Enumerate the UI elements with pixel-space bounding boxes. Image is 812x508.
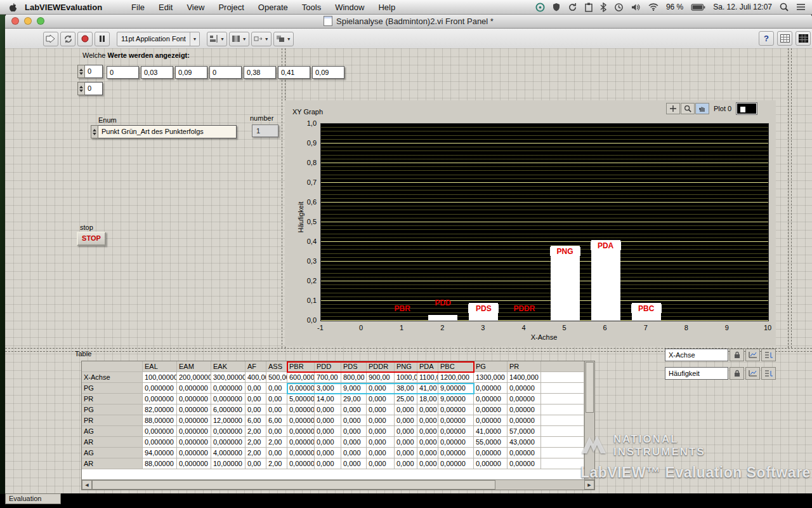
cell-AR-EAM[interactable]: 0,000000 (177, 437, 211, 448)
cell-AG-PDA[interactable]: 0,000 (417, 448, 438, 458)
sync-icon[interactable] (568, 3, 577, 12)
cell-PR-PR[interactable]: 0,00000 (508, 394, 541, 404)
cell-AG-PDD[interactable]: 0,000 (315, 448, 341, 458)
table-horizontal-scrollbar[interactable]: ◀ ▶ (82, 479, 594, 490)
tile-windows-icon[interactable] (796, 31, 811, 46)
scrollbar-thumb[interactable] (586, 362, 594, 413)
cell-AR-PBC[interactable]: 0,00000 (438, 437, 474, 448)
menu-item-view[interactable]: View (187, 3, 204, 12)
enum-control[interactable]: Punkt Grün_Art des Punkterfolgs (91, 125, 237, 138)
row-header-AR[interactable]: AR (82, 437, 143, 448)
menu-item-tools[interactable]: Tools (302, 3, 321, 12)
cell-PR-PBR[interactable]: 0,00000 (287, 415, 315, 426)
resize-objects-button[interactable]: ▼ (251, 32, 272, 46)
row-header-PG[interactable]: PG (82, 383, 143, 394)
cell-AG-PG[interactable]: 41,0000 (474, 426, 508, 437)
column-header-EAM[interactable]: EAM (177, 361, 211, 372)
cell-PG-EAK[interactable]: 6,000000 (211, 404, 246, 415)
cell-PR-AF[interactable]: 6,00 (246, 415, 266, 426)
cell-PG-ASS[interactable]: 0,00 (266, 383, 287, 394)
cell-X-Achse-PNG[interactable]: 1000,0 (395, 372, 417, 383)
menu-clock[interactable]: Sa. 12. Juli 12:07 (713, 3, 772, 11)
app-menu-name[interactable]: LabVIEWEvaluation (25, 3, 102, 12)
plot-legend[interactable]: Plot 0 (714, 103, 757, 114)
cell-PG-PDD[interactable]: 0,000 (315, 404, 341, 415)
cell-AR-EAK[interactable]: 0,000000 (211, 437, 246, 448)
cell-AR-PNG[interactable]: 0,000 (395, 458, 417, 469)
clipboard-icon[interactable] (585, 3, 593, 12)
cell-PG-PDDR[interactable]: 0,000 (367, 404, 395, 415)
cell-X-Achse-PBR[interactable]: 600,000 (287, 372, 315, 383)
volume-icon[interactable] (631, 3, 641, 11)
column-header-PNG[interactable]: PNG (395, 361, 417, 372)
cell-AG-EAM[interactable]: 0,000000 (177, 426, 211, 437)
cell-PR-PG[interactable]: 0,00000 (474, 394, 508, 404)
column-header-PBC[interactable]: PBC (438, 361, 474, 372)
cell-AG-PBR[interactable]: 0,00000 (287, 426, 315, 437)
column-header-row-labels[interactable] (82, 361, 143, 372)
cell-AR-PDDR[interactable]: 0,000 (367, 458, 395, 469)
cell-AG-PNG[interactable]: 0,000 (395, 426, 417, 437)
cell-AG-EAK[interactable]: 4,000000 (211, 448, 246, 458)
cell-AR-PDDR[interactable]: 0,000 (367, 437, 395, 448)
cell-AG-PDD[interactable]: 0,000 (315, 426, 341, 437)
cell-PR-PNG[interactable]: 0,000 (395, 415, 417, 426)
cell-PR-PBC[interactable]: 9,00000 (438, 394, 474, 404)
row-header-AG[interactable]: AG (82, 448, 143, 458)
column-header-PDDR[interactable]: PDDR (367, 361, 395, 372)
index-spinner-2[interactable]: 0 (77, 82, 103, 95)
index-spinner-2-value[interactable]: 0 (85, 82, 103, 95)
column-header-EAK[interactable]: EAK (211, 361, 246, 372)
cell-PG-EAM[interactable]: 0,000000 (177, 383, 211, 394)
cell-AG-ASS[interactable]: 0,00 (266, 448, 287, 458)
y-axis-autoscale-icon[interactable] (745, 367, 760, 380)
cell-PG-PG[interactable]: 0,00000 (474, 404, 508, 415)
wifi-icon[interactable] (648, 3, 658, 11)
zoom-button[interactable] (37, 17, 44, 25)
cell-PG-EAM[interactable]: 0,000000 (177, 404, 211, 415)
pause-button[interactable] (95, 32, 110, 46)
cell-PR-ASS[interactable]: 0,00 (266, 394, 287, 404)
menu-item-help[interactable]: Help (378, 3, 395, 12)
cell-PR-PDS[interactable]: 29,00 (341, 394, 367, 404)
cell-X-Achse-ASS[interactable]: 500,00 (266, 372, 287, 383)
column-header-PG[interactable]: PG (474, 361, 508, 372)
distribute-objects-button[interactable]: ▼ (229, 32, 249, 46)
enum-value[interactable]: Punkt Grün_Art des Punkterfolgs (98, 125, 237, 138)
cell-PR-PDDR[interactable]: 0,000 (367, 394, 395, 404)
cell-AG-AF[interactable]: 2,00 (246, 426, 266, 437)
menu-item-window[interactable]: Window (335, 3, 364, 12)
cell-AR-PBR[interactable]: 0,00000 (287, 458, 315, 469)
cell-PR-PBR[interactable]: 5,00000 (287, 394, 315, 404)
cell-PG-PNG[interactable]: 38,00 (395, 383, 417, 394)
column-header-PBR[interactable]: PBR (287, 361, 315, 372)
cell-PR-EAM[interactable]: 0,000000 (177, 415, 211, 426)
menu-item-operate[interactable]: Operate (258, 3, 288, 12)
cell-X-Achse-AF[interactable]: 400,00 (246, 372, 266, 383)
cell-PR-PNG[interactable]: 25,00 (395, 394, 417, 404)
row-header-PG[interactable]: PG (82, 404, 143, 415)
menu-item-edit[interactable]: Edit (159, 3, 173, 12)
cell-AG-PNG[interactable]: 0,000 (395, 448, 417, 458)
cell-PR-EAK[interactable]: 12,00000 (211, 415, 246, 426)
spotlight-icon[interactable] (780, 3, 789, 11)
cell-PR-PDS[interactable]: 0,000 (341, 415, 367, 426)
cell-PG-ASS[interactable]: 0,00 (266, 404, 287, 415)
cell-AG-PDA[interactable]: 0,000 (417, 426, 438, 437)
cell-PR-PDA[interactable]: 0,000 (417, 415, 438, 426)
apple-menu-icon[interactable] (9, 3, 17, 12)
column-header-PDS[interactable]: PDS (341, 361, 367, 372)
scroll-left-icon[interactable]: ◀ (82, 480, 92, 490)
reorder-button[interactable]: ▼ (273, 32, 294, 46)
column-header-PDD[interactable]: PDD (315, 361, 341, 372)
cell-PR-PBC[interactable]: 0,00000 (438, 415, 474, 426)
cell-PR-EAM[interactable]: 0,000000 (177, 394, 211, 404)
row-header-PR[interactable]: PR (82, 394, 143, 404)
cell-X-Achse-PR[interactable]: 1400,000 (508, 372, 541, 383)
table-grid[interactable]: EALEAMEAKAFASSPBRPDDPDSPDDRPNGPDAPBCPGPR… (82, 361, 584, 479)
cell-PG-EAL[interactable]: 82,00000 (143, 404, 177, 415)
run-continuous-icon[interactable] (60, 32, 75, 46)
cell-AR-PR[interactable]: 43,0000 (508, 437, 541, 448)
cell-AR-PBR[interactable]: 0,00000 (287, 437, 315, 448)
cell-AR-EAL[interactable]: 88,00000 (143, 458, 177, 469)
